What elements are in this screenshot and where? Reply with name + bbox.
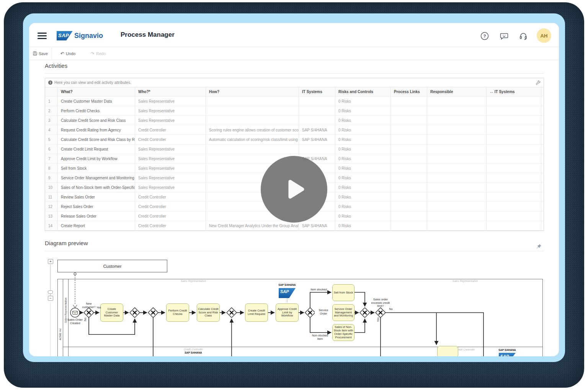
table-cell[interactable]: [427, 125, 487, 135]
table-cell[interactable]: [427, 97, 487, 106]
table-cell[interactable]: Sales of Non-Stock Item with Order-Speci…: [58, 183, 135, 192]
table-cell[interactable]: SAP S/4HANA: [299, 221, 335, 231]
table-cell[interactable]: [391, 135, 427, 144]
table-cell[interactable]: [487, 144, 541, 154]
table-cell[interactable]: [206, 106, 299, 116]
table-cell[interactable]: Create Report: [58, 221, 135, 231]
table-cell[interactable]: 0 Risks: [335, 221, 391, 231]
table-cell[interactable]: [541, 183, 544, 192]
table-cell[interactable]: Calculate Credit Score and Risk Class: [58, 116, 135, 125]
task-approve-credit-limit[interactable]: Approve Credit Limit by Workflow: [276, 303, 299, 322]
table-cell[interactable]: [391, 116, 427, 125]
table-cell[interactable]: [427, 173, 487, 183]
table-cell[interactable]: [487, 211, 541, 221]
table-cell[interactable]: [427, 192, 487, 202]
table-cell[interactable]: [541, 125, 544, 135]
table-cell[interactable]: Sales Representative: [135, 183, 206, 192]
pool-customer[interactable]: Customer: [57, 260, 167, 272]
table-cell[interactable]: Sell from Stock: [58, 164, 135, 173]
table-cell[interactable]: Credit Controller: [135, 221, 206, 231]
table-cell[interactable]: Credit Controller: [135, 125, 206, 135]
table-cell[interactable]: [541, 202, 544, 211]
task-service-order-management[interactable]: Service Order Management and Monitoring: [332, 304, 354, 321]
table-cell[interactable]: 0 Risks: [335, 125, 391, 135]
table-cell[interactable]: [487, 135, 541, 144]
table-cell[interactable]: [541, 144, 544, 154]
avatar[interactable]: AH: [537, 28, 551, 43]
redo-button[interactable]: ↷ Redo: [87, 47, 109, 60]
task-calculate-credit-score[interactable]: Calculate Credit Score and Risk Class: [197, 303, 220, 322]
table-cell[interactable]: 0 Risks: [335, 97, 391, 106]
table-cell[interactable]: [391, 164, 427, 173]
table-cell[interactable]: Create Credit Limit Request: [58, 144, 135, 154]
table-cell[interactable]: [487, 125, 541, 135]
table-cell[interactable]: [541, 154, 544, 164]
table-cell[interactable]: Automatic calculation of scoring/risk cl…: [206, 135, 299, 144]
table-cell[interactable]: [427, 116, 487, 125]
table-cell[interactable]: Reject Sales Order: [58, 202, 135, 211]
task-perform-credit-checks[interactable]: Perform Credit Checks: [166, 303, 189, 322]
help-icon[interactable]: ?: [480, 31, 489, 41]
table-cell[interactable]: Credit Controller: [135, 135, 206, 144]
table-cell[interactable]: [487, 173, 541, 183]
header-cell[interactable]: What?: [58, 87, 135, 97]
zoom-in-button[interactable]: +: [48, 259, 53, 264]
table-cell[interactable]: Service Order Management and Monitoring: [58, 173, 135, 183]
table-cell[interactable]: [391, 106, 427, 116]
gateway-merge-1[interactable]: [130, 308, 140, 318]
header-cell[interactable]: Who?*: [135, 87, 206, 97]
table-cell[interactable]: 0 Risks: [335, 106, 391, 116]
table-cell[interactable]: [487, 164, 541, 173]
table-cell[interactable]: [487, 192, 541, 202]
table-cell[interactable]: Sales Representative: [135, 154, 206, 164]
table-cell[interactable]: Calculate Credit Score and Risk Class by…: [58, 135, 135, 144]
table-cell[interactable]: [427, 202, 487, 211]
table-cell[interactable]: Credit Controller: [135, 192, 206, 202]
zoom-out-button[interactable]: −: [48, 296, 53, 301]
table-cell[interactable]: 0 Risks: [335, 192, 391, 202]
table-cell[interactable]: [206, 144, 299, 154]
table-cell[interactable]: [487, 221, 541, 231]
table-cell[interactable]: Sales Representative: [135, 97, 206, 106]
table-cell[interactable]: Perform Credit Checks: [58, 106, 135, 116]
table-cell[interactable]: New Credit Manager Analytics Under the G…: [206, 221, 299, 231]
task-sell-from-stock[interactable]: Sell from Stock: [332, 284, 354, 301]
video-play-button[interactable]: [261, 156, 327, 223]
table-cell[interactable]: Request Credit Rating from Agency: [58, 125, 135, 135]
table-cell[interactable]: 0 Risks: [335, 154, 391, 164]
table-cell[interactable]: 0 Risks: [335, 164, 391, 173]
table-cell[interactable]: [391, 125, 427, 135]
header-cell[interactable]: IT Systems: [299, 87, 335, 97]
table-cell[interactable]: 0 Risks: [335, 135, 391, 144]
bpmn-diagram-preview[interactable]: + − Customer ACME Inc Sales Representati…: [44, 253, 544, 356]
table-cell[interactable]: [427, 183, 487, 192]
table-cell[interactable]: [206, 97, 299, 106]
gateway-merge-credit[interactable]: [227, 308, 237, 318]
header-cell[interactable]: Risks and Controls: [335, 87, 391, 97]
start-event[interactable]: [70, 308, 80, 317]
table-cell[interactable]: 0 Risks: [335, 211, 391, 221]
table-cell[interactable]: [427, 106, 487, 116]
table-cell[interactable]: [427, 164, 487, 173]
table-cell[interactable]: [541, 106, 544, 116]
table-cell[interactable]: [299, 97, 335, 106]
table-cell[interactable]: Sales Representative: [135, 116, 206, 125]
settings-wrench-icon[interactable]: [536, 80, 541, 86]
table-cell[interactable]: Create Customer Master Data: [58, 97, 135, 106]
table-cell[interactable]: [427, 154, 487, 164]
zoom-slider-handle[interactable]: [48, 290, 53, 294]
feedback-chat-icon[interactable]: [500, 31, 509, 41]
table-cell[interactable]: [427, 221, 487, 231]
table-cell[interactable]: [541, 116, 544, 125]
table-cell[interactable]: [391, 154, 427, 164]
gateway-split-order-type[interactable]: [305, 308, 315, 318]
table-cell[interactable]: [299, 116, 335, 125]
table-cell[interactable]: [487, 154, 541, 164]
table-cell[interactable]: SAP S/4HANA: [299, 135, 335, 144]
gateway-split-credit[interactable]: [148, 308, 158, 318]
table-cell[interactable]: Sales Representative: [135, 144, 206, 154]
task-create-customer-master-data[interactable]: Create Customer Master Data: [100, 303, 123, 322]
undo-button[interactable]: ↶ Undo: [57, 47, 79, 60]
table-cell[interactable]: 0 Risks: [335, 202, 391, 211]
menu-icon[interactable]: [38, 33, 47, 39]
